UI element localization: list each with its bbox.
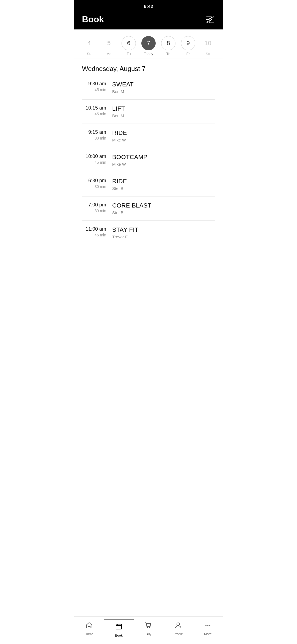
status-bar: 6:42 [74,0,223,12]
date-heading: Wednesday, August 7 [74,59,223,75]
header: Book [74,12,223,29]
class-7-info: STAY FITTrevor F [112,226,215,239]
day-5-number: 5 [102,36,116,50]
class-2-info: LIFTBen M [112,105,215,118]
day-7-label: Today [144,52,153,56]
class-1-duration: 45 min [82,88,106,92]
class-7-time-block: 11:00 am45 min [82,226,112,237]
day-9-number: 9 [181,36,195,50]
filter-button[interactable] [205,15,215,24]
class-4-duration: 45 min [82,160,106,165]
class-2-name: LIFT [112,105,215,112]
day-4[interactable]: 4Su [81,36,98,56]
class-2-time-block: 10:15 am45 min [82,105,112,116]
class-1-name: SWEAT [112,81,215,88]
class-3-name: RIDE [112,129,215,137]
class-4-time-block: 10:00 am45 min [82,154,112,165]
svg-point-5 [208,21,210,22]
class-5-instructor: Stef B [112,186,215,191]
status-time: 6:42 [144,4,153,9]
page-title: Book [82,14,104,24]
class-7-name: STAY FIT [112,226,215,233]
class-3-info: RIDEMike W [112,129,215,142]
class-5-time: 6:30 pm [82,178,106,184]
day-8[interactable]: 8Th [160,36,177,56]
day-7[interactable]: 7Today [140,36,157,56]
class-item-class-7[interactable]: 11:00 am45 minSTAY FITTrevor F [82,221,215,245]
class-6-info: CORE BLASTStef B [112,202,215,215]
class-5-info: RIDEStef B [112,178,215,191]
class-4-info: BOOTCAMPMike W [112,154,215,167]
day-9-label: Fr [186,52,190,56]
day-6-number: 6 [122,36,136,50]
class-1-info: SWEATBen M [112,81,215,94]
day-8-number: 8 [161,36,175,50]
day-4-number: 4 [82,36,96,50]
class-item-class-6[interactable]: 7:00 pm30 minCORE BLASTStef B [82,197,215,221]
class-item-class-1[interactable]: 9:30 am45 minSWEATBen M [82,75,215,100]
day-10-label: Sa [206,52,210,56]
class-6-duration: 30 min [82,209,106,213]
class-7-instructor: Trevor F [112,234,215,239]
class-item-class-5[interactable]: 6:30 pm30 minRIDEStef B [82,172,215,197]
class-item-class-2[interactable]: 10:15 am45 minLIFTBen M [82,100,215,124]
class-item-class-4[interactable]: 10:00 am45 minBOOTCAMPMike W [82,148,215,172]
day-6[interactable]: 6Tu [120,36,137,56]
day-7-number: 7 [141,36,156,50]
day-8-label: Th [166,52,170,56]
class-6-instructor: Stef B [112,210,215,215]
class-4-instructor: Mike W [112,162,215,167]
class-6-time-block: 7:00 pm30 min [82,202,112,213]
class-2-instructor: Ben M [112,113,215,118]
day-5[interactable]: 5Mo [100,36,117,56]
class-1-instructor: Ben M [112,89,215,94]
day-6-label: Tu [127,52,131,56]
class-4-name: BOOTCAMP [112,154,215,161]
day-4-label: Su [87,52,91,56]
class-3-time: 9:15 am [82,129,106,135]
class-3-duration: 30 min [82,136,106,140]
svg-point-4 [209,18,211,20]
class-6-name: CORE BLAST [112,202,215,209]
day-10[interactable]: 10Sa [199,36,216,56]
class-2-time: 10:15 am [82,105,106,111]
class-2-duration: 45 min [82,112,106,116]
day-9[interactable]: 9Fr [180,36,197,56]
class-3-time-block: 9:15 am30 min [82,129,112,140]
day-5-label: Mo [106,52,111,56]
class-list: 9:30 am45 minSWEATBen M10:15 am45 minLIF… [74,75,223,245]
class-7-time: 11:00 am [82,226,106,232]
class-5-time-block: 6:30 pm30 min [82,178,112,189]
class-1-time: 9:30 am [82,81,106,87]
class-6-time: 7:00 pm [82,202,106,208]
class-item-class-3[interactable]: 9:15 am30 minRIDEMike W [82,124,215,148]
day-10-number: 10 [201,36,215,50]
filter-icon [206,17,214,23]
class-5-duration: 30 min [82,184,106,189]
class-5-name: RIDE [112,178,215,185]
class-7-duration: 45 min [82,233,106,237]
class-1-time-block: 9:30 am45 min [82,81,112,92]
class-3-instructor: Mike W [112,138,215,142]
svg-point-3 [211,17,213,18]
calendar-strip: 4Su5Mo6Tu7Today8Th9Fr10Sa [74,29,223,59]
class-4-time: 10:00 am [82,154,106,159]
